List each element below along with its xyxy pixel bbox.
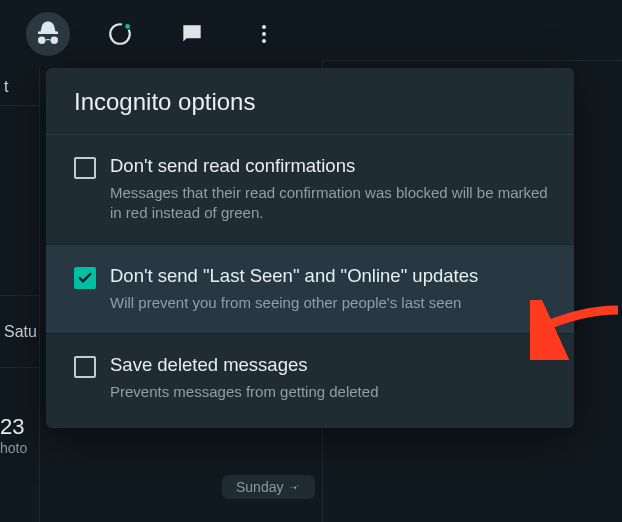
- list-item[interactable]: [0, 106, 39, 296]
- day-label: Satu: [4, 323, 37, 341]
- svg-point-2: [262, 25, 266, 29]
- top-toolbar: [0, 0, 622, 68]
- chat-icon-button[interactable]: [170, 12, 214, 56]
- option-body: Don't send "Last Seen" and "Online" upda…: [110, 265, 554, 313]
- option-description: Prevents messages from getting deleted: [110, 382, 554, 402]
- status-ring-icon: [107, 21, 133, 47]
- checkbox-read-confirmations[interactable]: [74, 157, 96, 179]
- date-chip: Sunday: [222, 475, 315, 499]
- list-item[interactable]: Satu: [0, 296, 39, 368]
- option-body: Don't send read confirmations Messages t…: [110, 155, 554, 224]
- incognito-icon: [33, 19, 63, 49]
- checkbox-save-deleted[interactable]: [74, 356, 96, 378]
- date-chip-label: Sunday: [236, 479, 283, 495]
- option-title: Don't send "Last Seen" and "Online" upda…: [110, 265, 554, 287]
- subtype-fragment: hoto: [0, 440, 27, 456]
- option-body: Save deleted messages Prevents messages …: [110, 354, 554, 402]
- svg-point-3: [262, 32, 266, 36]
- left-sidebar-fragment: t Satu 23 hoto: [0, 68, 40, 522]
- panel-title: Incognito options: [46, 68, 574, 135]
- incognito-options-panel: Incognito options Don't send read confir…: [46, 68, 574, 428]
- partial-text: t: [4, 78, 8, 96]
- chat-icon: [179, 21, 205, 47]
- more-vert-icon: [252, 22, 276, 46]
- option-save-deleted[interactable]: Save deleted messages Prevents messages …: [46, 334, 574, 428]
- checkmark-icon: [77, 270, 93, 286]
- option-read-confirmations[interactable]: Don't send read confirmations Messages t…: [46, 135, 574, 245]
- incognito-icon-button[interactable]: [26, 12, 70, 56]
- option-title: Don't send read confirmations: [110, 155, 554, 177]
- status-ring-button[interactable]: [98, 12, 142, 56]
- checkbox-last-seen[interactable]: [74, 267, 96, 289]
- list-item[interactable]: 23 hoto: [0, 368, 39, 440]
- option-description: Messages that their read confirmation wa…: [110, 183, 554, 224]
- list-item[interactable]: t: [0, 68, 39, 106]
- svg-point-1: [125, 24, 130, 29]
- pin-icon: [289, 481, 301, 493]
- option-last-seen[interactable]: Don't send "Last Seen" and "Online" upda…: [46, 245, 574, 334]
- date-fragment: 23: [0, 408, 24, 440]
- option-description: Will prevent you from seeing other peopl…: [110, 293, 554, 313]
- option-title: Save deleted messages: [110, 354, 554, 376]
- svg-point-4: [262, 39, 266, 43]
- more-menu-button[interactable]: [242, 12, 286, 56]
